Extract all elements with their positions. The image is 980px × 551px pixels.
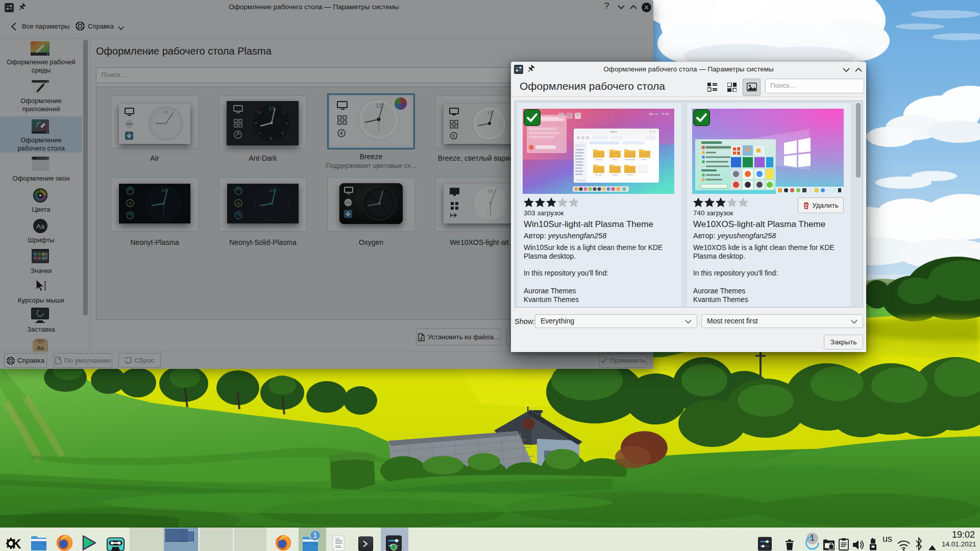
svg-text:Pictures: Pictures: [595, 173, 602, 176]
svg-text:K: K: [12, 537, 21, 551]
svg-text:9 Folders: 9 Folders: [577, 179, 585, 182]
svg-text:□ ▦ ⌂ ◷ 🔊 ⚙ wifi: □ ▦ ⌂ ◷ 🔊 ⚙ wifi: [648, 112, 669, 116]
svg-text:Downloads: Downloads: [625, 158, 635, 161]
svg-text:Music: Music: [642, 158, 647, 161]
svg-text:Desktop: Desktop: [595, 158, 603, 161]
svg-text:Public: Public: [627, 173, 633, 176]
svg-text:Videos: Videos: [612, 173, 618, 176]
svg-text:Docs: Docs: [612, 158, 617, 161]
svg-text:Home: Home: [610, 130, 617, 133]
